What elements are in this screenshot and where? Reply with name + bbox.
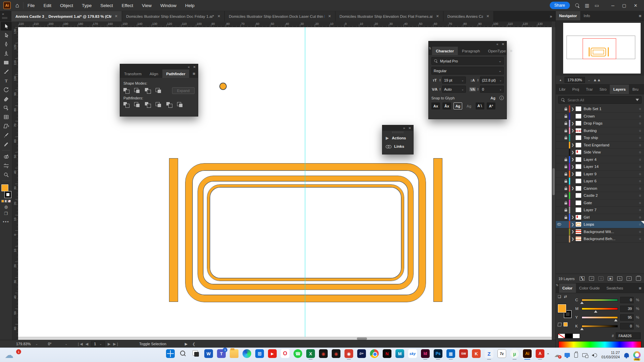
clock-widget[interactable]: 11:2701/03/2024: [601, 351, 620, 359]
rectangle-tool[interactable]: [1, 58, 12, 67]
layer-name[interactable]: Bunting: [584, 129, 636, 133]
unite-icon[interactable]: [123, 88, 129, 93]
first-artboard-icon[interactable]: ❘◀: [77, 342, 83, 346]
pencil-tool[interactable]: [1, 140, 12, 148]
lock-toggle[interactable]: [562, 158, 569, 161]
zoom-level-field[interactable]: 179.83%: [16, 342, 31, 346]
minus-front-icon[interactable]: [134, 88, 140, 93]
visibility-toggle[interactable]: [556, 223, 562, 226]
illustrator-taskbar-icon[interactable]: Ai: [523, 349, 532, 358]
solidworks-taskbar-icon[interactable]: SW: [459, 349, 468, 358]
zoom-out-icon[interactable]: ▲: [559, 79, 562, 82]
close-icon[interactable]: ✕: [409, 126, 411, 130]
layer-row[interactable]: ❯Bulb Set 1○: [556, 105, 644, 113]
channel-value-field[interactable]: 0: [620, 323, 634, 329]
layer-name[interactable]: Castle 2: [584, 193, 636, 197]
panel-menu-icon[interactable]: ≡: [193, 70, 198, 78]
target-circle-icon[interactable]: ○: [636, 201, 644, 205]
white-swatch[interactable]: [573, 333, 580, 338]
out-of-gamut-icon[interactable]: [557, 323, 562, 326]
word-taskbar-icon[interactable]: W: [204, 349, 213, 358]
ev3-dark-b-taskbar-icon[interactable]: ◉: [332, 349, 340, 358]
layer-name[interactable]: Layer 4: [584, 157, 636, 162]
minus-back-icon[interactable]: [177, 102, 183, 107]
vertical-scrollbar[interactable]: [552, 27, 555, 340]
close-tab-icon[interactable]: ✕: [115, 14, 118, 18]
target-circle-icon[interactable]: ○: [636, 129, 644, 133]
horizontal-ruler[interactable]: 2202102001901801701601501401301201101009…: [18, 21, 552, 27]
layer-thumbnail[interactable]: [575, 164, 582, 169]
color-tab-swatches[interactable]: Swatches: [603, 283, 627, 293]
new-sublayer-icon[interactable]: ↳: [617, 276, 622, 281]
layer-row[interactable]: ❯Text Engerland○: [556, 142, 644, 149]
target-circle-icon[interactable]: ○: [636, 150, 644, 154]
font-style-field[interactable]: Regular ⌄: [431, 67, 504, 75]
layer-thumbnail[interactable]: [575, 128, 582, 133]
type-tool[interactable]: T: [1, 76, 12, 85]
target-circle-icon[interactable]: ○: [636, 237, 644, 241]
layer-name[interactable]: Background Beh...: [584, 237, 636, 241]
last-artboard-icon[interactable]: ▶❘: [113, 342, 119, 346]
horizontal-scrollbar[interactable]: [18, 337, 552, 340]
layer-row[interactable]: ❯Side View○: [556, 149, 644, 156]
actions-panel-button[interactable]: ▶ Actions: [382, 134, 413, 142]
chevron-down-icon[interactable]: ⌄: [588, 78, 590, 82]
layer-thumbnail[interactable]: [575, 215, 582, 220]
search-taskbar-icon[interactable]: [179, 349, 187, 358]
layer-row[interactable]: ❯Background Wit...○: [556, 228, 644, 236]
target-circle-icon[interactable]: ○: [636, 107, 644, 111]
vertical-ruler[interactable]: 1301201101009080706050403020100102030405…: [12, 27, 18, 340]
layer-row[interactable]: ❯Layer 9○: [556, 171, 644, 178]
panel-tab-trar[interactable]: Trar: [583, 85, 596, 94]
weather-widget[interactable]: ☁1: [5, 350, 25, 361]
outline-icon[interactable]: [166, 102, 172, 107]
workspace-switcher-icon[interactable]: ▭: [595, 3, 599, 8]
menu-help[interactable]: Help: [185, 3, 195, 8]
links-panel-button[interactable]: Links: [382, 142, 413, 150]
mesh-tool[interactable]: [1, 112, 12, 121]
layer-thumbnail[interactable]: [575, 149, 582, 155]
chevron-down-icon[interactable]: ⌄: [499, 69, 501, 73]
layer-name[interactable]: Cannon: [584, 186, 636, 190]
panel-menu-icon[interactable]: ≡: [639, 283, 644, 293]
fill-stroke-control[interactable]: [1, 184, 12, 198]
layer-name[interactable]: Top ship: [584, 136, 636, 140]
layer-thumbnail[interactable]: [575, 178, 582, 184]
artwork-left-bar[interactable]: [169, 158, 178, 302]
layer-name[interactable]: Girl: [584, 215, 636, 219]
layer-name[interactable]: Gate: [584, 201, 636, 205]
menu-select[interactable]: Select: [100, 3, 113, 8]
char-style-button-2[interactable]: Ag: [453, 102, 462, 109]
panel-tab-sym[interactable]: Sym: [642, 85, 644, 94]
gradient-mode-icon[interactable]: [5, 200, 7, 202]
artwork-inner-ring[interactable]: [207, 185, 404, 281]
tracking-field[interactable]: 0⌄: [480, 86, 504, 93]
usb-device-icon[interactable]: [574, 353, 578, 358]
target-circle-icon[interactable]: ○: [636, 165, 644, 169]
layer-thumbnail[interactable]: [575, 142, 582, 148]
lock-toggle[interactable]: [562, 179, 569, 183]
expand-chevron-icon[interactable]: ❯: [570, 129, 575, 132]
char-style-button-4[interactable]: A∖: [476, 102, 484, 109]
pen-tool[interactable]: [1, 40, 12, 49]
photoshop-taskbar-icon[interactable]: Ps: [434, 349, 442, 358]
panel-menu-icon[interactable]: ≡: [639, 11, 644, 20]
char-style-button-0[interactable]: Ax: [431, 102, 440, 109]
panel-collapse-icon[interactable]: ⇅: [429, 47, 431, 55]
direct-selection-tool[interactable]: [1, 31, 12, 40]
panel-grip[interactable]: [392, 132, 404, 133]
panel-tab-stro[interactable]: Stro: [596, 85, 610, 94]
expand-chevron-icon[interactable]: ❯: [570, 215, 575, 219]
maximize-button[interactable]: ▢: [619, 1, 630, 10]
color-slider-track[interactable]: [582, 316, 618, 319]
layer-thumbnail[interactable]: [575, 200, 582, 206]
notifications-bell-icon[interactable]: [624, 353, 629, 357]
indesign-taskbar-icon[interactable]: Id: [421, 349, 430, 358]
layer-thumbnail[interactable]: [575, 236, 582, 241]
color-slider-thumb[interactable]: [580, 302, 584, 304]
target-circle-icon[interactable]: ○: [636, 114, 644, 118]
document-tab[interactable]: Annies Castle 3 _ Development 1.ai* @ 17…: [11, 11, 122, 21]
layer-thumbnail[interactable]: [575, 121, 582, 126]
stepper[interactable]: ▲▼: [439, 88, 441, 91]
color-slider-thumb[interactable]: [614, 319, 618, 321]
